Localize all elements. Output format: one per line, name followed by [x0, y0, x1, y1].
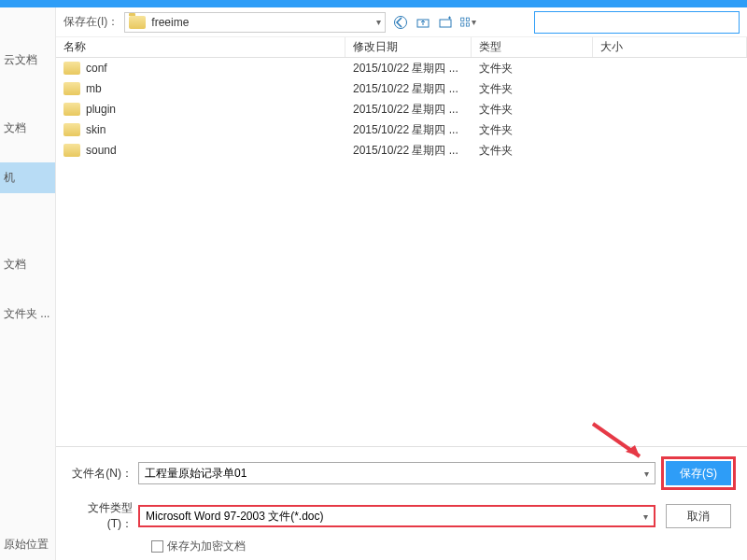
encrypt-checkbox-label: 保存为加密文档	[167, 539, 246, 554]
file-type: 文件夹	[472, 122, 593, 138]
file-date: 2015/10/22 星期四 ...	[345, 102, 472, 118]
filetype-combo[interactable]: Microsoft Word 97-2003 文件(*.doc) ▾	[138, 505, 655, 527]
nav-icons: ▾	[391, 13, 477, 32]
table-row[interactable]: conf 2015/10/22 星期四 ... 文件夹	[56, 58, 747, 78]
filetype-label: 文件类型(T)：	[67, 500, 133, 532]
sidebar-item-documents[interactable]: 文档	[0, 113, 55, 144]
current-folder-name: freeime	[151, 16, 371, 29]
sidebar-item-documents-2[interactable]: 文档	[0, 249, 55, 280]
filename-input[interactable]: 工程量原始记录单01 ▾	[138, 462, 655, 484]
column-header-type[interactable]: 类型	[472, 37, 593, 57]
filename-label: 文件名(N)：	[67, 466, 133, 482]
table-row[interactable]: mb 2015/10/22 星期四 ... 文件夹	[56, 78, 747, 99]
minimize-button[interactable]	[697, 0, 723, 7]
folder-icon	[63, 103, 80, 116]
new-folder-icon[interactable]	[436, 13, 455, 32]
table-row[interactable]: sound 2015/10/22 星期四 ... 文件夹	[56, 140, 747, 161]
column-header-name[interactable]: 名称	[56, 37, 345, 57]
search-input[interactable]	[534, 11, 740, 34]
sidebar-item-folder[interactable]: 文件夹 ...	[0, 299, 55, 329]
cancel-button[interactable]: 取消	[666, 504, 731, 528]
up-folder-icon[interactable]	[414, 13, 432, 32]
bottom-panel: 文件名(N)： 工程量原始记录单01 ▾ 保存(S) 文件类型(T)： Micr…	[56, 446, 747, 560]
folder-icon	[129, 16, 146, 29]
main-panel: 保存在(I)： freeime ▾ ▾ 名称 修改日期 类型	[56, 7, 747, 560]
back-icon[interactable]	[391, 13, 410, 32]
svg-rect-2	[440, 20, 451, 27]
save-button[interactable]: 保存(S)	[666, 461, 731, 485]
table-row[interactable]: skin 2015/10/22 星期四 ... 文件夹	[56, 119, 747, 140]
titlebar	[0, 0, 747, 7]
folder-icon	[63, 82, 80, 95]
file-type: 文件夹	[472, 61, 593, 77]
save-button-highlight: 保存(S)	[661, 456, 736, 490]
file-date: 2015/10/22 星期四 ...	[345, 122, 472, 138]
file-name: conf	[86, 62, 107, 75]
file-name: sound	[86, 144, 117, 157]
chevron-down-icon: ▾	[376, 17, 381, 27]
file-type: 文件夹	[472, 143, 593, 159]
folder-path-combo[interactable]: freeime ▾	[124, 12, 386, 33]
column-headers: 名称 修改日期 类型 大小	[56, 37, 747, 58]
folder-icon	[63, 123, 80, 136]
svg-rect-4	[467, 18, 470, 21]
file-type: 文件夹	[472, 102, 593, 118]
sidebar-item-cloud-docs[interactable]: 云文档	[0, 45, 55, 76]
save-in-label: 保存在(I)：	[63, 14, 119, 30]
toolbar: 保存在(I)： freeime ▾ ▾	[56, 7, 747, 37]
svg-rect-3	[461, 18, 464, 21]
file-name: plugin	[86, 103, 116, 116]
column-header-size[interactable]: 大小	[593, 37, 747, 57]
file-date: 2015/10/22 星期四 ...	[345, 81, 472, 97]
sidebar: 云文档 文档 机 文档 文件夹 ... 原始位置	[0, 7, 56, 560]
sidebar-original-location[interactable]: 原始位置	[4, 537, 49, 553]
table-row[interactable]: plugin 2015/10/22 星期四 ... 文件夹	[56, 99, 747, 119]
file-name: skin	[86, 123, 106, 136]
sidebar-item-computer[interactable]: 机	[0, 162, 55, 193]
file-name: mb	[86, 82, 102, 95]
file-date: 2015/10/22 星期四 ...	[345, 143, 472, 159]
column-header-date[interactable]: 修改日期	[345, 37, 472, 57]
chevron-down-icon[interactable]: ▾	[643, 511, 648, 522]
folder-icon	[63, 144, 80, 157]
file-list: conf 2015/10/22 星期四 ... 文件夹 mb 2015/10/2…	[56, 58, 747, 446]
filename-value: 工程量原始记录单01	[145, 466, 247, 482]
file-type: 文件夹	[472, 81, 593, 97]
file-date: 2015/10/22 星期四 ...	[345, 61, 472, 77]
folder-icon	[63, 62, 80, 75]
view-mode-icon[interactable]: ▾	[458, 13, 477, 32]
chevron-down-icon: ▾	[472, 17, 476, 27]
encrypt-checkbox[interactable]	[151, 540, 163, 553]
chevron-down-icon[interactable]: ▾	[644, 469, 649, 479]
filetype-value: Microsoft Word 97-2003 文件(*.doc)	[146, 509, 324, 525]
svg-rect-5	[461, 22, 464, 25]
svg-rect-6	[467, 22, 470, 25]
